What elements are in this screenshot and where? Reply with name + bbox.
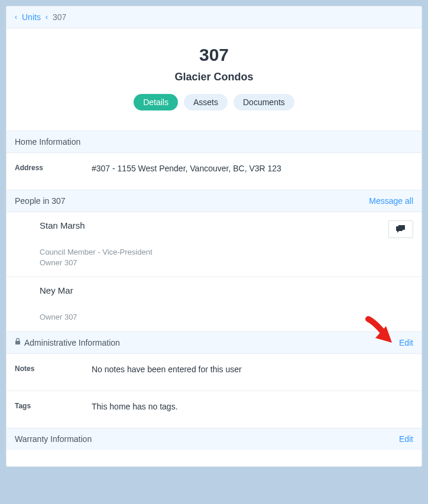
person-role-line: Owner 307 [40,312,413,323]
svg-rect-3 [398,225,405,230]
admin-info-header: Administrative Information Edit [7,331,421,354]
person-roles: Owner 307 [40,312,413,323]
notes-label: Notes [15,365,92,374]
people-header: People in 307 Message all [7,190,421,212]
warranty-edit-link[interactable]: Edit [399,434,413,444]
chevron-left-icon[interactable]: ‹ [15,13,17,21]
breadcrumb-units-link[interactable]: Units [22,12,41,22]
unit-header: 307 Glacier Condos Details Assets Docume… [7,28,421,131]
building-name: Glacier Condos [18,71,410,83]
tags-label: Tags [15,402,92,411]
admin-edit-link[interactable]: Edit [399,338,413,347]
unit-detail-card: ‹ Units ‹ 307 307 Glacier Condos Details… [6,6,422,467]
person-role-line: Owner 307 [40,258,388,268]
person-row: Stan Marsh Council Member - Vice-Preside… [7,212,421,277]
admin-info-title: Administrative Information [24,338,120,347]
person-name[interactable]: Stan Marsh [40,220,388,230]
tab-details[interactable]: Details [134,94,178,110]
warranty-body-spacer [7,450,421,466]
tab-assets[interactable]: Assets [184,94,228,110]
notes-row: Notes No notes have been entered for thi… [7,354,421,391]
person-role-line: Council Member - Vice-President [40,247,388,258]
person-main: Ney Mar Owner 307 [40,285,413,323]
address-label: Address [15,164,92,173]
chat-icon [396,225,406,233]
tags-value: This home has no tags. [92,402,413,411]
unit-number-title: 307 [18,45,410,65]
tags-row: Tags This home has no tags. [7,391,421,428]
tab-documents[interactable]: Documents [234,94,294,110]
breadcrumb-current: 307 [53,12,66,22]
address-row: Address #307 - 1155 West Pender, Vancouv… [7,153,421,190]
warranty-title: Warranty Information [15,434,92,444]
tab-bar: Details Assets Documents [18,94,410,110]
svg-marker-4 [397,231,399,233]
avatar-placeholder [15,220,36,242]
message-person-button[interactable] [388,220,413,238]
address-value: #307 - 1155 West Pender, Vancouver, BC, … [92,164,413,173]
message-all-link[interactable]: Message all [369,196,413,206]
breadcrumb: ‹ Units ‹ 307 [7,6,421,28]
notes-value: No notes have been entered for this user [92,365,413,374]
home-info-header: Home Information [7,131,421,153]
person-main: Stan Marsh Council Member - Vice-Preside… [40,220,388,268]
chevron-left-icon: ‹ [46,13,48,21]
person-roles: Council Member - Vice-President Owner 30… [40,247,388,268]
home-info-title: Home Information [15,137,80,147]
person-row: Ney Mar Owner 307 [7,277,421,331]
people-title: People in 307 [15,196,66,206]
warranty-header: Warranty Information Edit [7,428,421,450]
avatar-placeholder [15,285,36,307]
lock-icon [15,338,21,347]
person-name[interactable]: Ney Mar [40,285,413,295]
